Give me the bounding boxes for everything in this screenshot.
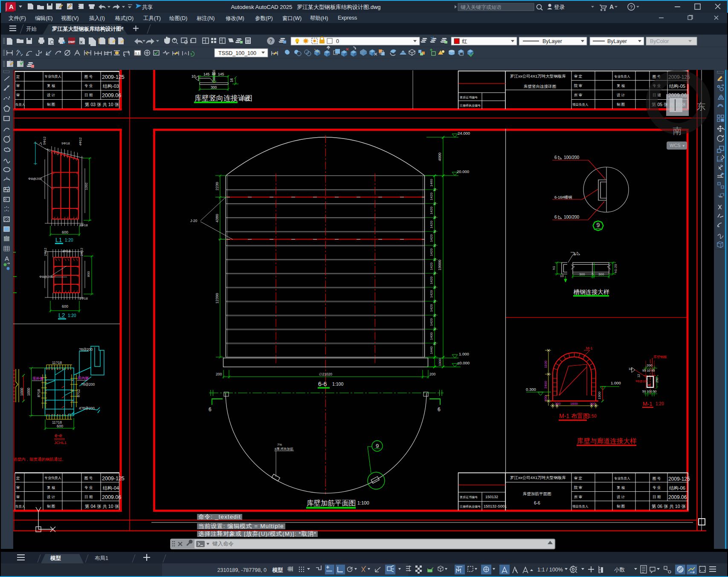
svg-text:图 号: 图 号 xyxy=(653,476,661,481)
svg-text:40: 40 xyxy=(433,244,436,247)
svg-text:库壁加筋平面图: 库壁加筋平面图 xyxy=(307,499,356,507)
svg-text:日 期: 日 期 xyxy=(84,93,93,97)
svg-text:院 审: 院 审 xyxy=(574,84,582,88)
svg-text:第 04 张 共 10 张: 第 04 张 共 10 张 xyxy=(85,504,119,509)
svg-text:24.000: 24.000 xyxy=(458,131,470,136)
svg-text:设 计: 设 计 xyxy=(47,93,55,97)
svg-text:145: 145 xyxy=(203,72,209,76)
svg-text:所 审: 所 审 xyxy=(574,93,582,97)
svg-text:300: 300 xyxy=(590,402,596,406)
svg-text:150132-S001: 150132-S001 xyxy=(484,504,507,508)
svg-text:1600: 1600 xyxy=(570,402,578,406)
svg-text:所 审: 所 审 xyxy=(574,495,582,499)
svg-text:?8@200: ?8@200 xyxy=(81,382,95,387)
svg-text:600: 600 xyxy=(62,230,68,234)
svg-text:A: A xyxy=(184,51,187,55)
svg-text:40: 40 xyxy=(433,258,436,261)
svg-text:300: 300 xyxy=(598,272,604,276)
svg-text:9Φ18: 9Φ18 xyxy=(61,141,70,145)
svg-text:库壁与廊道连接大样: 库壁与廊道连接大样 xyxy=(577,437,637,444)
svg-text:设 计: 设 计 xyxy=(47,495,55,499)
svg-text:第 06 张 共 10 张: 第 06 张 共 10 张 xyxy=(652,504,686,509)
svg-text:200: 200 xyxy=(216,372,222,376)
svg-text:?: ? xyxy=(630,5,632,10)
svg-text:1420: 1420 xyxy=(429,290,433,298)
svg-text:2310189, -787798, 0: 2310189, -787798, 0 xyxy=(218,567,267,573)
svg-text:1400: 1400 xyxy=(429,332,433,340)
svg-text:1392: 1392 xyxy=(84,182,88,190)
svg-text:1420: 1420 xyxy=(429,318,433,326)
svg-text:40: 40 xyxy=(433,202,436,205)
svg-text:1.000: 1.000 xyxy=(611,381,621,385)
svg-text:项目负责人: 项目负责人 xyxy=(572,103,589,107)
svg-text:95 10 95: 95 10 95 xyxy=(642,369,655,372)
svg-text:复 核: 复 核 xyxy=(617,84,625,88)
svg-text:200: 200 xyxy=(647,364,653,367)
svg-text:制 图: 制 图 xyxy=(617,504,625,508)
svg-text:道壁内，能贯通的钢筋通过。: 道壁内，能贯通的钢筋通过。 xyxy=(13,457,66,462)
svg-text:制 图: 制 图 xyxy=(617,102,625,107)
svg-text:2009.06: 2009.06 xyxy=(668,494,687,500)
svg-text:10: 10 xyxy=(191,74,196,78)
svg-text:1420: 1420 xyxy=(429,234,433,242)
svg-text:院 审: 院 审 xyxy=(574,485,582,490)
svg-text:设 计: 设 计 xyxy=(617,495,625,499)
svg-text:1:20: 1:20 xyxy=(68,313,76,318)
svg-text:日 期: 日 期 xyxy=(653,495,661,499)
svg-text:h1: h1 xyxy=(552,266,556,270)
svg-text:1:20: 1:20 xyxy=(65,238,73,242)
svg-text:1440: 1440 xyxy=(429,346,433,354)
svg-text:?: ? xyxy=(269,38,272,44)
svg-text:11?18: 11?18 xyxy=(52,361,62,365)
svg-text:M-1 布置图: M-1 布置图 xyxy=(559,413,589,419)
svg-text:8Φ18: 8Φ18 xyxy=(62,249,71,253)
svg-text:1:10: 1:10 xyxy=(240,96,249,101)
svg-text:A: A xyxy=(9,3,14,10)
svg-text:1:100: 1:100 xyxy=(357,500,369,505)
svg-text:40: 40 xyxy=(433,314,436,317)
svg-text:制 图: 制 图 xyxy=(47,102,55,107)
svg-text:专 业: 专 业 xyxy=(653,485,661,490)
svg-text:100/200: 100/200 xyxy=(564,155,580,160)
svg-text:40: 40 xyxy=(433,230,436,233)
svg-text:8Φ18: 8Φ18 xyxy=(79,297,88,300)
svg-text:300: 300 xyxy=(579,272,585,276)
svg-text:4?8@200: 4?8@200 xyxy=(79,406,95,410)
svg-text:1420: 1420 xyxy=(429,193,433,200)
svg-text:专业负责人: 专业负责人 xyxy=(44,75,61,78)
svg-text:负责人: 负责人 xyxy=(15,505,25,508)
svg-text:1420: 1420 xyxy=(429,207,433,214)
svg-text:1420: 1420 xyxy=(429,248,433,256)
svg-text:定: 定 xyxy=(16,476,20,480)
svg-text:12: 12 xyxy=(637,374,641,378)
svg-text:库壁钢板: 库壁钢板 xyxy=(653,355,667,359)
svg-text:定: 定 xyxy=(16,75,20,79)
svg-text:1300: 1300 xyxy=(597,392,601,399)
svg-text:9: 9 xyxy=(376,443,379,449)
svg-text:结构-03: 结构-03 xyxy=(103,84,119,89)
svg-text:0: 0 xyxy=(336,38,339,44)
svg-text:±0.000: ±0.000 xyxy=(457,361,470,365)
svg-text:Φ8@200: Φ8@200 xyxy=(28,177,42,181)
svg-text:6: 6 xyxy=(554,155,557,160)
svg-text:专 业: 专 业 xyxy=(84,84,93,88)
svg-text:4Φ12: 4Φ12 xyxy=(78,137,82,146)
svg-text:6-6: 6-6 xyxy=(318,381,327,387)
svg-text:红: 红 xyxy=(462,38,467,44)
svg-text:M-1: M-1 xyxy=(586,346,593,350)
svg-text:L2: L2 xyxy=(58,312,65,319)
svg-text:A: A xyxy=(609,3,614,10)
svg-text:h1-20: h1-20 xyxy=(614,264,618,273)
svg-text:审: 审 xyxy=(16,93,20,97)
svg-text:登录: 登录 xyxy=(554,4,565,10)
svg-text:罗江xx公司4X1万吨大型钢板库: 罗江xx公司4X1万吨大型钢板库 xyxy=(510,74,566,78)
svg-text:ByLayer: ByLayer xyxy=(542,38,562,44)
svg-text:6: 6 xyxy=(438,407,441,413)
svg-text:∅21020: ∅21020 xyxy=(319,372,332,376)
svg-text:5: 5 xyxy=(592,272,594,276)
svg-text:2009.06: 2009.06 xyxy=(102,494,121,500)
svg-text:300: 300 xyxy=(555,402,561,406)
svg-text:300: 300 xyxy=(211,85,217,89)
svg-text:结构-06: 结构-06 xyxy=(669,485,685,490)
svg-text:审 定: 审 定 xyxy=(574,74,582,78)
